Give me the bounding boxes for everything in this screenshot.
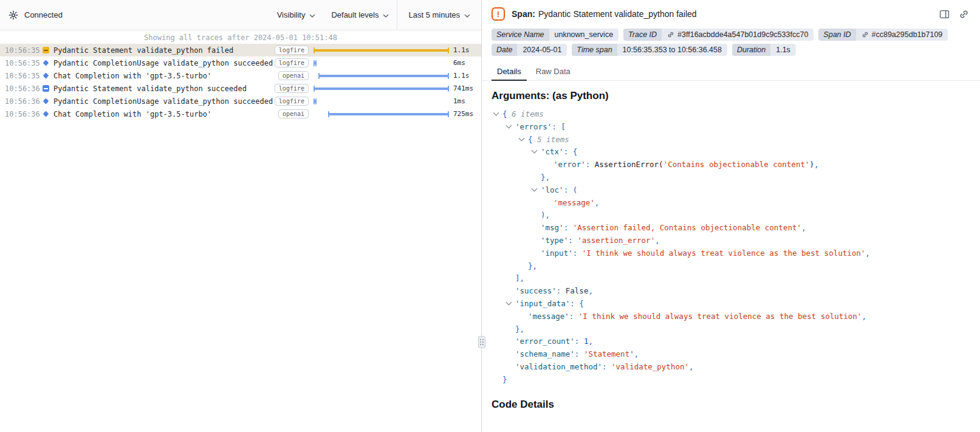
collapse-caret-icon[interactable] — [532, 149, 536, 154]
code-line: 'input_data': { — [493, 298, 970, 310]
span-diamond-icon[interactable] — [41, 99, 50, 103]
info-level-toggle-icon[interactable] — [41, 85, 50, 92]
span-bar-track — [314, 69, 448, 82]
trace-row[interactable]: 10:56:36Pydantic CompletionUsage validat… — [0, 95, 481, 108]
warn-level-toggle-icon[interactable] — [41, 47, 50, 53]
permalink-icon[interactable] — [959, 9, 969, 19]
span-duration: 1.1s — [448, 46, 478, 54]
badges-row-2: Date2024-05-01Time span10:56:35.353 to 1… — [482, 42, 980, 57]
code-line: 'validation_method': 'validate_python', — [493, 361, 970, 374]
span-bar-track — [314, 57, 448, 69]
scope-tag: logfire — [275, 46, 309, 55]
span-duration-bar[interactable] — [314, 87, 448, 90]
code-line: 'type': 'assertion_error', — [493, 235, 970, 247]
code-line: 'error_count': 1, — [493, 335, 970, 348]
trace-row[interactable]: 10:56:35Pydantic Statement validate_pyth… — [0, 44, 481, 57]
chevron-down-icon — [383, 10, 389, 19]
trace-row[interactable]: 10:56:35Pydantic CompletionUsage validat… — [0, 57, 481, 69]
badge-value: #cc89a295db1b7109 — [856, 29, 948, 41]
span-duration: 725ms — [448, 110, 478, 118]
trace-timestamp: 10:56:35 — [5, 46, 40, 55]
code-line: }, — [493, 260, 970, 273]
span-duration-bar[interactable] — [314, 49, 448, 52]
trace-timestamp: 10:56:35 — [5, 59, 40, 67]
trace-label: Pydantic Statement validate_python faile… — [53, 46, 275, 55]
span-detail-panel: ! Span:Pydantic Statement validate_pytho… — [482, 0, 980, 432]
trace-timestamp: 10:56:35 — [5, 72, 40, 80]
span-duration-bar[interactable] — [319, 75, 448, 77]
code-line: ), — [493, 209, 970, 222]
trace-panel: Connected Visibility Default levels Last… — [0, 0, 482, 432]
code-details-heading: Code Details — [482, 386, 980, 414]
collapse-caret-icon[interactable] — [519, 137, 524, 142]
trace-list: 10:56:35Pydantic Statement validate_pyth… — [0, 44, 481, 120]
code-line: { 5 items — [493, 134, 970, 146]
trace-timestamp: 10:56:36 — [5, 110, 40, 118]
trace-row[interactable]: 10:56:36Chat Completion with 'gpt-3.5-tu… — [0, 108, 481, 120]
settings-gear-icon[interactable] — [9, 10, 18, 20]
scope-tag: logfire — [275, 84, 309, 93]
code-line: 'error': AssertionError('Contains object… — [493, 159, 970, 171]
trace-toolbar: Connected Visibility Default levels Last… — [0, 0, 481, 30]
tab-bar: DetailsRaw Data — [482, 63, 980, 81]
trace-label: Chat Completion with 'gpt-3.5-turbo' — [53, 110, 278, 118]
code-line: 'msg': 'Assertion failed, Contains objec… — [493, 222, 970, 235]
span-diamond-icon[interactable] — [41, 74, 50, 78]
badge-label: Duration — [732, 44, 770, 56]
span-duration-bar[interactable] — [314, 62, 316, 64]
span-diamond-icon[interactable] — [41, 61, 50, 65]
badge-value: #3ff16acbdde4a547b01d9c9c533fcc70 — [662, 29, 814, 41]
code-line: { 6 items — [493, 108, 970, 121]
span-bar-track — [314, 82, 448, 95]
code-line: 'message', — [493, 197, 970, 210]
arguments-heading: Arguments: (as Python) — [482, 81, 980, 106]
default-levels-dropdown[interactable]: Default levels — [323, 0, 397, 30]
link-icon[interactable] — [667, 31, 674, 38]
span-duration: 1ms — [448, 97, 478, 105]
trace-label: Pydantic CompletionUsage validate_python… — [53, 59, 275, 67]
span-title: Span:Pydantic Statement validate_python … — [512, 9, 697, 19]
badge-value: 10:56:35.353 to 10:56:36.458 — [617, 44, 727, 56]
span-diamond-icon[interactable] — [41, 112, 50, 116]
chevron-down-icon — [309, 10, 315, 19]
badge-label: Trace ID — [623, 29, 662, 41]
collapse-caret-icon[interactable] — [506, 124, 511, 129]
trace-label: Chat Completion with 'gpt-3.5-turbo' — [53, 72, 278, 80]
trace-row[interactable]: 10:56:36Pydantic Statement validate_pyth… — [0, 82, 481, 95]
badge-label: Time span — [572, 44, 617, 56]
code-line: 'success': False, — [493, 285, 970, 298]
span-duration-bar[interactable] — [314, 100, 316, 103]
scope-tag: logfire — [275, 58, 309, 67]
trace-row[interactable]: 10:56:35Chat Completion with 'gpt-3.5-tu… — [0, 69, 481, 82]
time-range-dropdown-label: Last 5 minutes — [408, 10, 460, 19]
span-header: ! Span:Pydantic Statement validate_pytho… — [482, 0, 980, 27]
span-duration: 1.1s — [448, 72, 478, 80]
meta-badge-time-span: Time span10:56:35.353 to 10:56:36.458 — [572, 44, 727, 56]
span-duration-bar[interactable] — [329, 113, 448, 115]
collapse-caret-icon[interactable] — [506, 301, 511, 306]
badges-row-1: Service Nameunknown_serviceTrace ID#3ff1… — [482, 27, 980, 42]
scope-tag: openai — [278, 109, 309, 118]
visibility-dropdown[interactable]: Visibility — [269, 0, 324, 30]
trace-label: Pydantic Statement validate_python succe… — [53, 84, 275, 93]
default-levels-dropdown-label: Default levels — [331, 10, 379, 19]
collapse-caret-icon[interactable] — [493, 111, 498, 116]
code-line: 'errors': [ — [493, 121, 970, 134]
code-line: 'message': 'I think we should always tre… — [493, 310, 970, 323]
arguments-code: { 6 items'errors': [{ 5 items'ctx': {'er… — [482, 106, 980, 386]
code-line: } — [493, 374, 970, 386]
badge-value: 1.1s — [770, 44, 796, 56]
panel-toggle-icon[interactable] — [939, 9, 950, 19]
trace-timestamp: 10:56:36 — [5, 97, 40, 106]
badge-label: Span ID — [818, 29, 855, 41]
tab-raw-data[interactable]: Raw Data — [530, 63, 576, 81]
panel-resize-handle[interactable] — [478, 336, 485, 348]
time-range-dropdown[interactable]: Last 5 minutes — [397, 0, 481, 30]
span-bar-track — [314, 108, 448, 120]
code-line: 'ctx': { — [493, 146, 970, 159]
collapse-caret-icon[interactable] — [532, 187, 536, 192]
meta-badge-span-id: Span ID#cc89a295db1b7109 — [818, 29, 948, 41]
tab-details[interactable]: Details — [492, 63, 527, 81]
link-icon[interactable] — [862, 31, 869, 38]
meta-badge-duration: Duration1.1s — [732, 44, 796, 56]
